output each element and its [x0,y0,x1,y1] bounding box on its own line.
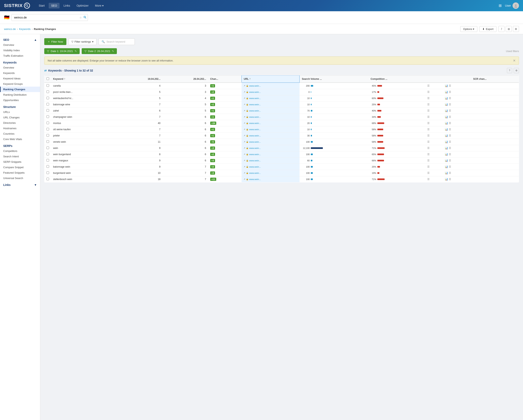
row-url[interactable]: ↗ 🔒 www.wein... [242,157,300,164]
external-link-icon[interactable]: ↗ [244,159,245,162]
list-icon[interactable]: ☰ [427,97,430,100]
row-check[interactable] [44,108,51,114]
row-checkbox[interactable] [47,171,49,174]
detail-icon[interactable]: ☰ [449,84,451,87]
row-check[interactable] [44,83,51,89]
row-url[interactable]: ↗ 🔒 www.wein... [242,120,300,126]
chart-icon[interactable]: 📊 [445,171,448,174]
search-input[interactable] [11,14,88,21]
col-url[interactable]: URL ? [242,75,300,83]
url-help-icon[interactable]: ? [249,78,251,80]
sidebar-item-serp-snippets[interactable]: SERP-Snippets [0,159,40,165]
chart-icon[interactable]: 📊 [445,153,448,156]
sidebar-item-keywords[interactable]: Keywords [0,70,40,76]
detail-icon[interactable]: ☰ [449,178,451,181]
select-all-checkbox[interactable] [47,77,49,80]
external-link-icon[interactable]: ↗ [244,153,245,155]
sidebar-item-featured-snippets[interactable]: Featured Snippets [0,170,40,175]
sidebar-item-traffic-estimation[interactable]: Traffic Estimation [0,53,40,58]
external-link-icon[interactable]: ↗ [244,91,245,93]
detail-icon[interactable]: ☰ [449,122,451,125]
chart-icon[interactable]: 📊 [445,128,448,131]
row-check[interactable] [44,176,51,182]
row-checkbox[interactable] [47,115,49,118]
star-icon[interactable]: ☆ [80,16,82,19]
row-check[interactable] [44,139,51,145]
external-link-icon[interactable]: ↗ [244,147,245,149]
sidebar-item-universal-search[interactable]: Universal Search [0,175,40,181]
chart-icon[interactable]: 📊 [445,134,448,137]
row-check[interactable] [44,95,51,101]
options-button[interactable]: Options ▾ [460,26,478,32]
row-check[interactable] [44,170,51,176]
list-icon[interactable]: ☰ [427,109,430,112]
sidebar-item-visibility-index[interactable]: Visibility Index [0,48,40,53]
list-icon[interactable]: ☰ [427,134,430,137]
row-check[interactable] [44,164,51,170]
row-check[interactable] [44,101,51,108]
row-url[interactable]: ↗ 🔒 www.wein... [242,126,300,132]
sidebar-item-url-changes[interactable]: URL Changes [0,115,40,120]
grid-icon[interactable]: ⊞ [499,3,502,8]
list-icon[interactable]: ☰ [427,84,430,87]
row-checkbox[interactable] [47,165,49,168]
list-icon[interactable]: ☰ [427,153,430,156]
list-icon[interactable]: ☰ [427,171,430,174]
detail-icon[interactable]: ☰ [449,109,451,112]
row-checkbox[interactable] [47,97,49,99]
row-url[interactable]: ↗ 🔒 www.wein... [242,95,300,101]
row-checkbox[interactable] [47,109,49,112]
list-icon[interactable]: ☰ [427,128,430,131]
settings-icon[interactable]: ⚙ [514,68,519,73]
sidebar-item-overview-seo[interactable]: Overview [0,42,40,48]
col-competition[interactable]: Competition ... [368,75,425,83]
sidebar-item-search-intent[interactable]: Search Intent [0,154,40,159]
row-checkbox[interactable] [47,134,49,137]
list-icon[interactable]: ☰ [427,146,430,150]
row-checkbox[interactable] [47,159,49,162]
list-icon[interactable]: ☰ [427,165,430,168]
list-icon[interactable]: ☰ [427,115,430,118]
chart-icon[interactable]: 📊 [445,159,448,162]
settings-icon[interactable]: ⚙ [513,26,519,32]
nav-seo[interactable]: SEO [49,3,59,8]
external-link-icon[interactable]: ↗ [244,172,245,174]
row-url[interactable]: ↗ 🔒 www.wein... [242,145,300,151]
row-checkbox[interactable] [47,140,49,143]
chart-icon[interactable]: 📊 [445,109,448,112]
row-url[interactable]: ↗ 🔒 www.wein... [242,170,300,176]
sidebar-item-keyword-groups[interactable]: Keyword Groups [0,81,40,87]
row-checkbox[interactable] [47,90,49,93]
external-link-icon[interactable]: ↗ [244,85,245,87]
row-check[interactable] [44,126,51,132]
row-checkbox[interactable] [47,146,49,149]
row-url[interactable]: ↗ 🔒 www.wein... [242,164,300,170]
chart-icon[interactable]: 📊 [445,84,448,87]
sidebar-item-overview-keywords[interactable]: Overview [0,65,40,70]
row-checkbox[interactable] [47,84,49,87]
sidebar-item-compare-snippet[interactable]: Compare Snippet [0,165,40,170]
sidebar-section-header-seo[interactable]: SEO ▲ [0,37,40,42]
col-keyword[interactable]: Keyword ? [51,75,117,83]
external-link-icon[interactable]: ↗ [244,103,245,105]
list-icon[interactable]: ☰ [427,159,430,162]
sidebar-item-opportunities[interactable]: Opportunities [0,97,40,103]
row-checkbox[interactable] [47,153,49,155]
columns-icon[interactable]: ⊞ [506,26,512,32]
row-url[interactable]: ↗ 🔒 www.wein... [242,114,300,120]
keyword-search-box[interactable]: 🔍 Search keyword [98,38,135,45]
col-scr-change[interactable]: SCR chan... [471,75,519,83]
row-checkbox[interactable] [47,128,49,130]
detail-icon[interactable]: ☰ [449,159,451,162]
sidebar-item-ranking-distribution[interactable]: Ranking Distribution [0,92,40,97]
row-check[interactable] [44,151,51,157]
row-checkbox[interactable] [47,178,49,180]
help-icon[interactable]: ? [507,68,512,73]
row-checkbox[interactable] [47,103,49,105]
row-check[interactable] [44,114,51,120]
breadcrumb-item-domain[interactable]: weinco.de [4,28,16,31]
row-url[interactable]: ↗ 🔒 www.wein... [242,101,300,108]
sidebar-section-header-links[interactable]: Links ▼ [0,182,40,187]
external-link-icon[interactable]: ↗ [244,122,245,124]
export-button[interactable]: ⬇ Export [479,26,497,32]
